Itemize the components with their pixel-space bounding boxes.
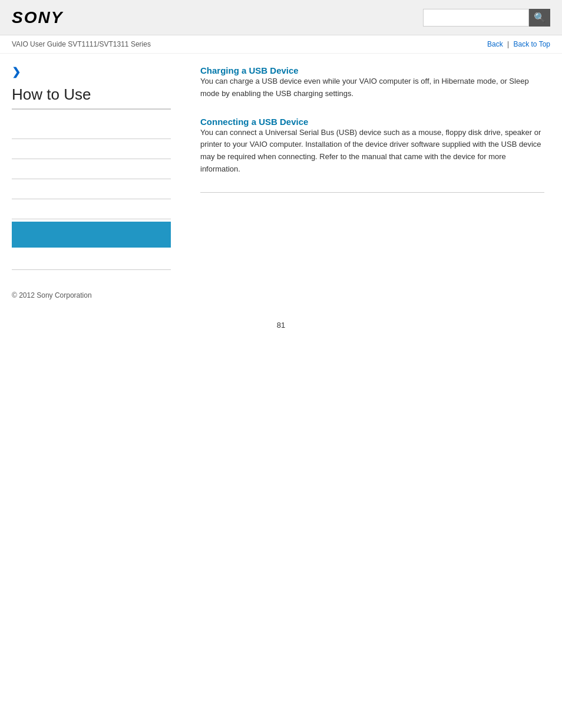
section-charging: Charging a USB Device You can charge a U… [200,65,544,100]
sidebar-item-3[interactable] [12,159,171,179]
sidebar-item-6[interactable] [12,250,171,270]
back-link[interactable]: Back [487,40,503,48]
guide-title: VAIO User Guide SVT1111/SVT1311 Series [12,40,151,48]
sidebar-item-4[interactable] [12,179,171,199]
page-number: 81 [0,321,562,341]
section-connecting: Connecting a USB Device You can connect … [200,117,544,176]
sidebar-item-1[interactable] [12,119,171,139]
sidebar: ❯ How to Use [0,54,183,282]
sidebar-highlight-item[interactable] [12,222,171,248]
copyright-text: © 2012 Sony Corporation [12,291,92,299]
footer: © 2012 Sony Corporation [0,282,562,309]
charging-body: You can charge a USB device even while y… [200,75,544,100]
sony-logo: SONY [12,8,63,27]
main-layout: ❯ How to Use Charging a USB Device You c… [0,54,562,282]
sidebar-chevron-icon[interactable]: ❯ [12,65,171,78]
content-divider [200,192,544,193]
content-area: Charging a USB Device You can charge a U… [183,54,562,282]
charging-title[interactable]: Charging a USB Device [200,65,299,75]
search-icon: 🔍 [534,12,546,23]
header: SONY 🔍 [0,0,562,35]
search-input[interactable] [423,9,529,27]
nav-separator: | [507,40,509,48]
nav-links: Back | Back to Top [487,40,550,48]
connecting-title[interactable]: Connecting a USB Device [200,117,308,127]
search-area: 🔍 [423,9,550,27]
sidebar-item-2[interactable] [12,139,171,159]
back-to-top-link[interactable]: Back to Top [514,40,550,48]
sidebar-item-5[interactable] [12,199,171,219]
sidebar-title: How to Use [12,85,171,110]
connecting-body: You can connect a Universal Serial Bus (… [200,127,544,176]
nav-bar: VAIO User Guide SVT1111/SVT1311 Series B… [0,35,562,54]
search-button[interactable]: 🔍 [529,9,550,27]
